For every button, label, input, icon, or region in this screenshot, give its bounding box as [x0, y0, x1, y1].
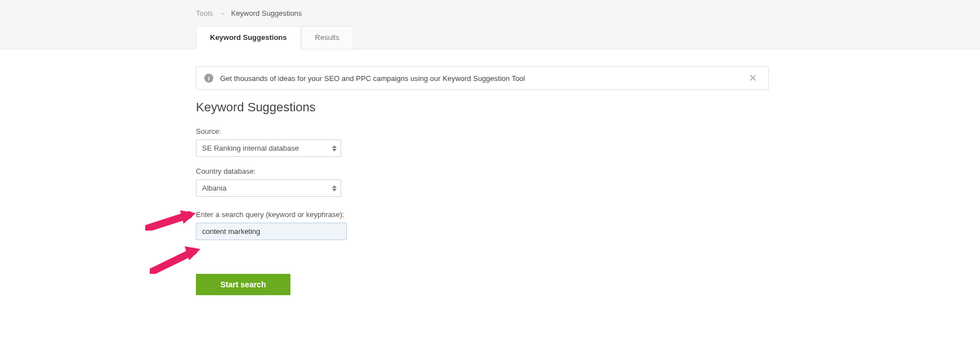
annotation-arrow-icon [150, 242, 202, 276]
info-banner-text: Get thousands of ideas for your SEO and … [220, 74, 525, 83]
query-label: Enter a search query (keyword or keyphra… [196, 210, 769, 219]
breadcrumb: Tools → Keyword Suggestions [196, 0, 769, 25]
source-row: Source: SE Ranking internal database [196, 127, 769, 157]
close-icon[interactable]: ✕ [745, 73, 760, 83]
start-search-button[interactable]: Start search [196, 274, 290, 295]
submit-row: Start search [196, 250, 769, 295]
country-label: Country database: [196, 167, 769, 175]
search-query-input[interactable] [196, 223, 347, 240]
tabs: Keyword Suggestions Results [196, 25, 769, 49]
country-select[interactable]: Albania [196, 179, 341, 197]
main-content: i Get thousands of ideas for your SEO an… [196, 49, 769, 295]
country-row: Country database: Albania [196, 167, 769, 197]
info-banner: i Get thousands of ideas for your SEO an… [196, 66, 769, 90]
annotation-arrow-icon [145, 207, 197, 233]
top-header: Tools → Keyword Suggestions Keyword Sugg… [0, 0, 980, 49]
info-icon: i [204, 74, 213, 83]
arrow-right-icon: → [218, 9, 226, 17]
source-select[interactable]: SE Ranking internal database [196, 139, 341, 157]
breadcrumb-root[interactable]: Tools [196, 9, 213, 17]
tab-keyword-suggestions[interactable]: Keyword Suggestions [196, 26, 301, 49]
tab-results[interactable]: Results [301, 26, 353, 49]
query-row: Enter a search query (keyword or keyphra… [196, 210, 769, 240]
country-select-value: Albania [196, 179, 341, 197]
source-label: Source: [196, 127, 769, 136]
source-select-value: SE Ranking internal database [196, 139, 341, 157]
page-title: Keyword Suggestions [196, 100, 769, 115]
breadcrumb-current: Keyword Suggestions [231, 9, 302, 17]
